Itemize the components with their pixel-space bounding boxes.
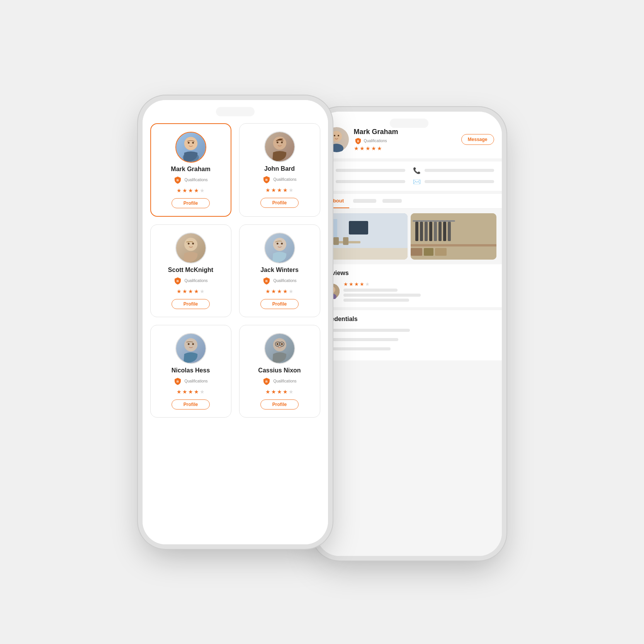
profile-btn-mark-graham[interactable]: Profile	[172, 198, 210, 208]
card-nicolas-hess[interactable]: Nicolas Hess B Qualifications ★ ★	[150, 325, 231, 418]
qual-text-mark-graham: Qualifications	[184, 178, 207, 182]
contact-phone-row: 📞	[413, 167, 494, 174]
message-button[interactable]: Message	[461, 134, 494, 145]
shield-icon-nicolas-hess: B	[173, 377, 182, 386]
qual-text-scott-mcknight: Qualifications	[184, 279, 207, 283]
stars-scott-mcknight: ★ ★ ★ ★ ★	[177, 288, 205, 294]
profile-btn-scott-mcknight[interactable]: Profile	[172, 299, 210, 309]
svg-rect-49	[429, 222, 432, 241]
phone-icon: 📞	[413, 167, 421, 174]
card-mark-graham[interactable]: Mark Graham B Qualifications ★ ★	[150, 123, 231, 217]
contact-website-row: 🌐	[324, 167, 405, 174]
svg-point-11	[187, 243, 189, 245]
review-line-1	[343, 289, 398, 292]
location-line	[336, 180, 405, 183]
detail-shield-icon: B	[354, 137, 362, 145]
svg-point-20	[192, 343, 194, 345]
svg-point-32	[334, 135, 335, 136]
qual-text-cassius-nixon: Qualifications	[273, 379, 296, 383]
shield-icon-jack-winters: B	[262, 277, 271, 285]
svg-point-33	[338, 135, 339, 136]
shield-icon-mark-graham: B	[173, 176, 182, 184]
svg-rect-42	[349, 221, 368, 234]
review-line-2	[343, 294, 421, 297]
avatar-nicolas-hess	[175, 333, 206, 364]
svg-rect-40	[333, 237, 339, 245]
svg-rect-51	[438, 222, 442, 241]
name-john-bard: John Bard	[264, 165, 295, 172]
card-john-bard[interactable]: John Bard B Qualifications ★ ★	[239, 123, 320, 217]
left-phone: Mark Graham B Qualifications ★ ★	[143, 100, 328, 544]
detail-stars: ★ ★ ★ ★ ★	[354, 145, 457, 151]
avatar-john-bard	[264, 131, 295, 162]
svg-rect-57	[435, 248, 447, 256]
svg-point-19	[187, 343, 189, 345]
svg-text:B: B	[177, 178, 179, 182]
svg-point-6	[273, 136, 286, 150]
qual-text-nicolas-hess: Qualifications	[184, 379, 207, 383]
svg-rect-47	[420, 222, 423, 241]
photo-1	[322, 213, 408, 260]
phone-line	[425, 169, 494, 172]
card-jack-winters[interactable]: Jack Winters B Qualifications ★ ★	[239, 224, 320, 317]
avatar-scott-mcknight	[175, 233, 206, 263]
credentials-title: Credentials	[324, 316, 494, 323]
card-cassius-nixon[interactable]: Cassius Nixon B Qualifications ★ ★	[239, 325, 320, 418]
shield-icon-scott-mcknight: B	[173, 277, 182, 285]
qual-row-cassius-nixon: B Qualifications	[262, 377, 296, 386]
email-line	[425, 180, 494, 183]
scene: Mark Graham B Qualifications ★ ★	[90, 52, 554, 593]
cred-item-3: ✓	[324, 346, 494, 352]
svg-point-14	[273, 238, 286, 251]
svg-point-4	[192, 142, 194, 144]
stars-mark-graham: ★ ★ ★ ★ ★	[177, 187, 205, 194]
svg-text:B: B	[266, 380, 268, 383]
detail-profile-name: Mark Graham	[354, 128, 457, 136]
website-line	[336, 169, 405, 172]
svg-rect-52	[443, 222, 446, 241]
card-scott-mcknight[interactable]: Scott McKnight B Qualifications ★ ★	[150, 224, 231, 317]
svg-point-3	[187, 142, 189, 144]
qual-text-john-bard: Qualifications	[273, 177, 296, 182]
contact-grid: 🌐 📞 📍 ✉️	[316, 161, 502, 191]
credentials-section: Credentials ✓ ✓ ✓	[316, 310, 502, 360]
svg-point-10	[184, 238, 197, 251]
review-content: ★ ★ ★ ★ ★	[343, 281, 494, 302]
svg-point-2	[184, 137, 197, 150]
qual-row-jack-winters: B Qualifications	[262, 277, 296, 285]
detail-info: Mark Graham B Qualifications ★ ★	[354, 128, 457, 151]
svg-point-30	[331, 131, 342, 142]
stars-cassius-nixon: ★ ★ ★ ★ ★	[265, 389, 294, 395]
svg-text:B: B	[177, 380, 179, 383]
reviews-title: Reviews	[324, 270, 494, 277]
review-line-3	[343, 299, 409, 302]
detail-screen: Mark Graham B Qualifications ★ ★	[316, 112, 502, 556]
cred-line-1	[333, 329, 410, 332]
qual-text-jack-winters: Qualifications	[273, 279, 296, 283]
cred-item-2: ✓	[324, 336, 494, 343]
name-cassius-nixon: Cassius Nixon	[258, 367, 301, 374]
tab-line-2	[382, 199, 402, 203]
reviews-section: Reviews ★ ★ ★ ★	[316, 264, 502, 307]
stars-jack-winters: ★ ★ ★ ★ ★	[265, 288, 294, 294]
photos-row	[316, 209, 502, 264]
stars-nicolas-hess: ★ ★ ★ ★ ★	[177, 389, 205, 395]
svg-rect-50	[434, 222, 437, 241]
shield-icon-cassius-nixon: B	[262, 377, 271, 386]
svg-text:B: B	[357, 139, 359, 143]
svg-rect-46	[415, 222, 418, 241]
list-screen: Mark Graham B Qualifications ★ ★	[143, 100, 328, 544]
cred-line-3	[333, 347, 391, 350]
avatar-mark-graham	[175, 132, 206, 163]
profile-btn-john-bard[interactable]: Profile	[260, 198, 299, 208]
profile-btn-nicolas-hess[interactable]: Profile	[172, 399, 210, 410]
profile-btn-jack-winters[interactable]: Profile	[260, 299, 299, 309]
svg-rect-41	[343, 237, 348, 245]
qual-row-mark-graham: B Qualifications	[173, 176, 207, 184]
name-mark-graham: Mark Graham	[171, 166, 210, 173]
svg-point-8	[281, 141, 283, 143]
profile-btn-cassius-nixon[interactable]: Profile	[260, 399, 299, 410]
shield-icon-john-bard: B	[262, 175, 271, 184]
svg-point-23	[276, 343, 278, 345]
svg-text:B: B	[266, 279, 268, 283]
